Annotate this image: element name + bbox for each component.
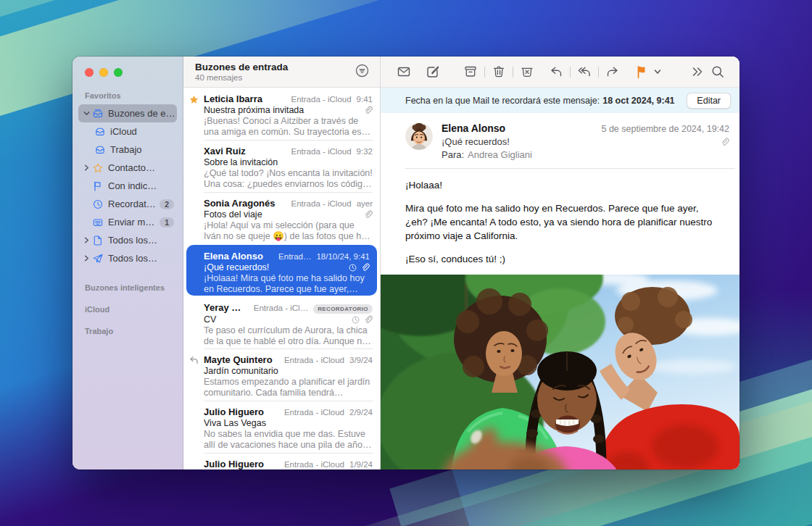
sidebar-section-trabajo[interactable]: Trabajo xyxy=(72,327,183,335)
chevron-right-icon[interactable] xyxy=(83,254,91,262)
flag-menu-chevron-icon[interactable] xyxy=(652,62,663,81)
message-body: ¡Holaaa! Mira qué foto me ha salido hoy … xyxy=(381,169,740,275)
mail-window: Favoritos Buzones de e… iCloud Trabajo C… xyxy=(72,57,740,469)
sidebar-item-send-later[interactable]: Enviar m… 1 xyxy=(78,213,177,231)
row-time: 1/9/24 xyxy=(349,460,373,469)
row-preview: ¡Buenas! Conocí a Aitziber a través de u… xyxy=(204,116,373,138)
row-subject: Jardín comunitario xyxy=(204,366,373,376)
delete-button[interactable] xyxy=(489,62,509,81)
vip-star-icon xyxy=(92,162,104,174)
row-subject: ¡Qué recuerdos! xyxy=(204,262,348,272)
message-count: 40 mensajes xyxy=(195,73,288,82)
list-row[interactable]: Julio Higuero Entrada - iCloud 1/9/24 xyxy=(183,453,380,469)
list-row[interactable]: Leticia Ibarra Entrada - iCloud 9:41 Nue… xyxy=(183,88,380,140)
reminder-clock-icon xyxy=(348,263,357,272)
sidebar-item-all-drafts[interactable]: Todos los… xyxy=(78,231,177,249)
minimize-window-button[interactable] xyxy=(99,68,108,77)
row-preview: Estamos empezando a planificar el jardín… xyxy=(204,377,373,398)
row-sender: Mayte Quintero xyxy=(204,354,279,365)
all-inboxes-icon xyxy=(92,108,104,120)
sidebar-item-flagged[interactable]: Con indic… xyxy=(78,177,177,195)
unread-count-badge: 2 xyxy=(160,199,174,209)
message-pane: Fecha en la que Mail te recordará este m… xyxy=(381,57,740,469)
body-paragraph: ¡Eso sí, conduces tú! ;) xyxy=(405,252,718,266)
chevron-right-icon[interactable] xyxy=(83,164,91,172)
edit-reminder-button[interactable]: Editar xyxy=(687,93,731,109)
list-row-selected[interactable]: Elena Alonso Entrad… 18/10/24, 9:41 ¡Qué… xyxy=(186,245,377,296)
sidebar-item-inbox-icloud[interactable]: iCloud xyxy=(78,122,177,141)
forward-button[interactable] xyxy=(602,62,623,81)
paperplane-icon xyxy=(92,253,104,264)
sidebar-item-all-inboxes[interactable]: Buzones de e… xyxy=(78,104,177,122)
zoom-window-button[interactable] xyxy=(114,68,123,77)
paperclip-icon xyxy=(363,315,373,325)
row-preview: ¿Qué tal todo? ¡Nos encanta la invitació… xyxy=(204,168,373,190)
row-subject: Viva Las Vegas xyxy=(204,418,373,428)
send-later-icon xyxy=(92,217,104,228)
paperclip-icon xyxy=(720,138,729,147)
list-row[interactable]: Julio Higuero Entrada - iCloud 2/9/24 Vi… xyxy=(183,401,380,453)
toolbar-separator xyxy=(570,67,571,78)
clock-icon xyxy=(92,199,104,210)
message-rows: Leticia Ibarra Entrada - iCloud 9:41 Nue… xyxy=(183,88,380,469)
junk-button[interactable] xyxy=(517,62,537,81)
paperclip-icon xyxy=(363,210,373,220)
sidebar-item-label: Trabajo xyxy=(110,144,177,155)
toolbar xyxy=(381,57,740,88)
star-icon xyxy=(188,94,199,105)
sidebar-item-label: iCloud xyxy=(110,126,177,137)
window-controls xyxy=(72,68,183,77)
inbox-icon xyxy=(94,144,106,156)
reply-all-button[interactable] xyxy=(574,62,594,81)
more-toolbar-items-button[interactable] xyxy=(687,62,708,81)
reminder-clock-icon xyxy=(351,315,360,325)
row-time: 9:32 xyxy=(357,147,373,156)
message-header: Elena Alonso ¡Qué recuerdos! Para:Andrea… xyxy=(381,113,740,168)
flag-button[interactable] xyxy=(631,62,652,81)
row-mailbox: Entrada - iCloud xyxy=(291,147,352,156)
list-row[interactable]: Xavi Ruiz Entrada - iCloud 9:32 Sobre la… xyxy=(183,140,380,192)
sidebar-section-favorites: Favoritos xyxy=(72,91,183,100)
sidebar-item-label: Todos los… xyxy=(108,253,177,264)
message-sender: Elena Alonso xyxy=(442,122,532,134)
chevron-down-icon[interactable] xyxy=(83,109,91,117)
sidebar-item-vip-contacts[interactable]: Contacto… xyxy=(78,159,177,177)
sidebar-section-icloud[interactable]: iCloud xyxy=(72,305,183,314)
reminder-banner: Fecha en la que Mail te recordará este m… xyxy=(381,88,740,113)
list-row[interactable]: Sonia Aragonés Entrada - iCloud ayer Fot… xyxy=(183,192,380,244)
toolbar-separator xyxy=(513,67,513,78)
message-subject: ¡Qué recuerdos! xyxy=(442,136,532,147)
sidebar-section-smart-mailboxes[interactable]: Buzones inteligentes xyxy=(72,283,183,292)
filter-button[interactable] xyxy=(352,62,371,81)
reply-button[interactable] xyxy=(546,62,566,81)
close-window-button[interactable] xyxy=(85,68,94,77)
search-button[interactable] xyxy=(708,62,728,81)
row-time: ayer xyxy=(357,199,373,208)
mailbox-title: Buzones de entrada xyxy=(195,62,288,72)
row-sender: Xavi Ruiz xyxy=(204,146,286,156)
list-row[interactable]: Mayte Quintero Entrada - iCloud 3/9/24 J… xyxy=(183,348,380,401)
sidebar-item-label: Recordat… xyxy=(108,199,160,209)
row-sender: Sonia Aragonés xyxy=(204,198,286,209)
sender-avatar[interactable] xyxy=(405,122,433,150)
toolbar-separator xyxy=(598,67,599,78)
row-time: 2/9/24 xyxy=(349,408,373,417)
recipient-name[interactable]: Andrea Gigliani xyxy=(468,149,532,160)
compose-button[interactable] xyxy=(423,62,443,81)
message-date: 5 de septiembre de 2024, 19:42 xyxy=(601,124,729,134)
row-sender: Julio Higuero xyxy=(204,406,279,417)
sidebar-item-inbox-trabajo[interactable]: Trabajo xyxy=(78,141,177,159)
sidebar-item-reminders[interactable]: Recordat… 2 xyxy=(78,195,177,213)
sidebar-item-all-sent[interactable]: Todos los… xyxy=(78,249,177,267)
list-row[interactable]: Yeray Martín Entrada - iCl… RECORDATORIO… xyxy=(183,296,380,348)
photo-attachment[interactable] xyxy=(381,275,740,469)
inbox-icon xyxy=(94,126,106,138)
row-subject: Fotos del viaje xyxy=(204,209,363,220)
sidebar-item-label: Contacto… xyxy=(108,162,177,173)
chevron-right-icon[interactable] xyxy=(83,236,91,244)
get-mail-button[interactable] xyxy=(394,62,414,81)
archive-button[interactable] xyxy=(460,62,481,81)
row-sender: Yeray Martín xyxy=(204,302,249,313)
sidebar-item-label: Todos los… xyxy=(108,235,177,246)
row-preview: ¡Hola! Aquí va mi selección (para que Iv… xyxy=(204,220,373,242)
